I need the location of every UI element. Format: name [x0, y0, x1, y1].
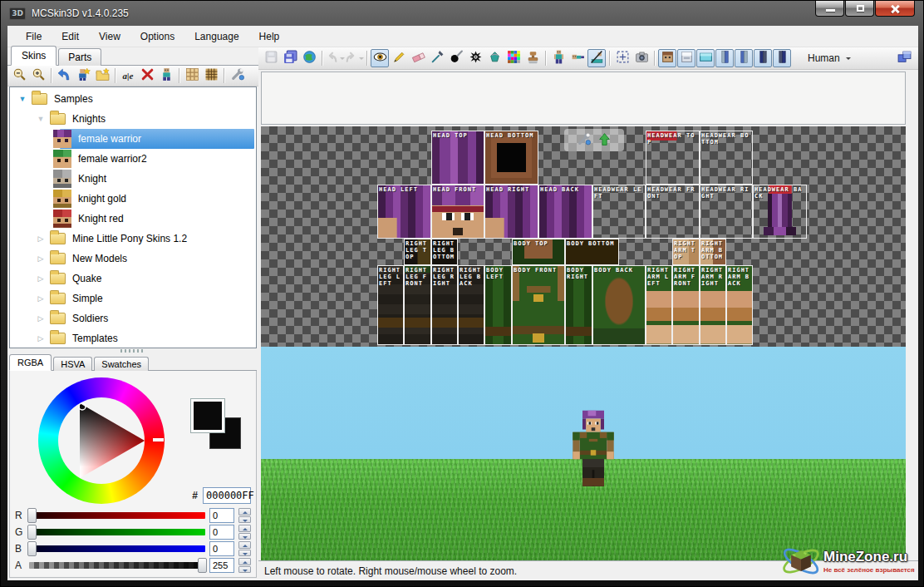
preview-3d[interactable] — [261, 347, 906, 560]
view-2d-button[interactable] — [568, 49, 587, 67]
face-body-back[interactable]: BODY BACK — [592, 265, 646, 345]
spinner-down-button[interactable] — [238, 566, 251, 574]
r-value-input[interactable]: 0 — [209, 508, 234, 523]
toggle-chest-button[interactable] — [696, 49, 715, 67]
face-headwear-left[interactable]: HEADWEAR LEFT — [592, 185, 646, 239]
face-right-arm-left[interactable]: RIGHT ARM LEFT — [646, 265, 672, 345]
tree-skin-knight-red[interactable]: Knight red — [10, 209, 256, 229]
redo-button[interactable] — [345, 49, 363, 67]
face-headwear-front[interactable]: HEADWEAR FRONT — [646, 185, 700, 239]
b-value-input[interactable]: 0 — [209, 541, 234, 556]
camera-tool-button[interactable] — [371, 49, 389, 67]
face-right-arm-top[interactable]: RIGHT ARM TOP — [672, 239, 700, 265]
face-headwear-right[interactable]: HEADWEAR RIGHT — [700, 185, 753, 239]
texture-canvas[interactable]: HEAD TOPHEAD BOTTOMHEADWEAR TOPHEADWEAR … — [261, 126, 906, 347]
clone-skin-button[interactable] — [157, 67, 175, 85]
tree-folder-templates[interactable]: ▷Templates — [10, 328, 256, 348]
tree-skin-knight-gold[interactable]: knight gold — [10, 189, 256, 209]
face-body-front[interactable]: BODY FRONT — [512, 265, 565, 345]
tree-skin-knight[interactable]: Knight — [10, 169, 256, 189]
face-right-arm-back[interactable]: RIGHT ARM BACK — [726, 265, 753, 345]
slider-thumb[interactable] — [27, 508, 37, 523]
hsv-triangle[interactable] — [38, 377, 165, 504]
increase-resolution-button[interactable] — [202, 67, 220, 85]
noise-tool-button[interactable] — [504, 49, 523, 67]
wrench-icon[interactable] — [577, 132, 591, 149]
tree-folder-simple[interactable]: ▷Simple — [10, 289, 256, 308]
zoom-in-button[interactable] — [29, 67, 47, 85]
dropdown-arrow-icon[interactable] — [359, 57, 364, 62]
slider-thumb[interactable] — [198, 558, 207, 573]
menu-options[interactable]: Options — [130, 26, 184, 47]
face-head-left[interactable]: HEAD LEFT — [377, 185, 431, 239]
collapsed-arrow-icon[interactable]: ▷ — [35, 334, 47, 343]
spinner-down-button[interactable] — [238, 533, 251, 540]
decrease-resolution-button[interactable] — [183, 67, 201, 85]
toggle-head-button[interactable] — [658, 49, 676, 67]
face-right-arm-bottom[interactable]: RIGHT ARM BOTTOM — [700, 239, 726, 265]
undo-button[interactable] — [326, 49, 344, 67]
face-right-leg-bottom[interactable]: RIGHT LEG BOTTOM — [431, 239, 458, 265]
tree-folder-samples[interactable]: ▼Samples — [10, 89, 256, 109]
collapsed-arrow-icon[interactable]: ▷ — [35, 274, 47, 283]
view-hybrid-button[interactable] — [587, 49, 606, 67]
tree-folder-knights[interactable]: ▼Knights — [10, 109, 256, 129]
tree-folder-quake[interactable]: ▷Quake — [10, 269, 256, 289]
face-head-right[interactable]: HEAD RIGHT — [484, 185, 538, 239]
tab-skins[interactable]: Skins — [11, 46, 57, 66]
up-arrow-icon[interactable] — [597, 132, 612, 149]
face-right-arm-front[interactable]: RIGHT ARM FRONT — [672, 265, 700, 345]
tree-folder-new-models[interactable]: ▷New Models — [10, 249, 256, 269]
save-all-button[interactable] — [281, 49, 299, 67]
toggle-helmet-button[interactable] — [677, 49, 695, 67]
toggle-right-arm-button[interactable] — [735, 49, 753, 67]
toggle-right-leg-button[interactable] — [773, 49, 791, 67]
collapsed-arrow-icon[interactable]: ▷ — [35, 294, 47, 303]
tree-folder-mine-little-pony-skins-1-2[interactable]: ▷Mine Little Pony Skins 1.2 — [10, 229, 256, 249]
collapsed-arrow-icon[interactable]: ▷ — [35, 234, 47, 243]
tree-skin-female-warrior2[interactable]: female warrior2 — [10, 149, 256, 169]
dodge-burn-tool-button[interactable] — [447, 49, 465, 67]
face-right-arm-right[interactable]: RIGHT ARM RIGHT — [700, 265, 726, 345]
face-right-leg-left[interactable]: RIGHT LEG LEFT — [377, 265, 404, 345]
slider-thumb[interactable] — [27, 541, 37, 556]
delete-button[interactable] — [138, 67, 156, 85]
stamp-tool-button[interactable] — [523, 49, 542, 67]
foreground-color-swatch[interactable] — [191, 399, 224, 432]
spinner-up-button[interactable] — [238, 541, 251, 549]
color-wheel[interactable] — [38, 377, 165, 504]
collapsed-arrow-icon[interactable]: ▷ — [35, 314, 47, 323]
center-view-button[interactable] — [613, 49, 632, 67]
menu-file[interactable]: File — [16, 26, 52, 47]
tab-hsva[interactable]: HSVA — [53, 357, 92, 371]
face-head-back[interactable]: HEAD BACK — [538, 185, 592, 239]
new-folder-button[interactable] — [93, 67, 111, 85]
zoom-out-button[interactable] — [10, 67, 28, 85]
upload-button[interactable] — [300, 49, 318, 67]
tree-folder-soldiers[interactable]: ▷Soldiers — [10, 308, 256, 328]
menu-edit[interactable]: Edit — [52, 26, 89, 47]
panel-splitter[interactable] — [120, 349, 145, 353]
save-button[interactable] — [262, 49, 280, 67]
face-head-front[interactable]: HEAD FRONT — [431, 185, 484, 239]
face-headwear-back[interactable]: HEADWEAR BACK — [753, 185, 807, 239]
g-slider[interactable] — [29, 529, 205, 535]
collapsed-arrow-icon[interactable]: ▷ — [35, 254, 47, 263]
new-skin-button[interactable] — [74, 67, 92, 85]
swap-layout-button[interactable] — [895, 49, 913, 67]
face-head-top[interactable]: HEAD TOP — [431, 131, 484, 185]
r-slider[interactable] — [29, 512, 205, 519]
toggle-left-arm-button[interactable] — [715, 49, 734, 67]
toggle-left-leg-button[interactable] — [754, 49, 772, 67]
face-body-bottom[interactable]: BODY BOTTOM — [565, 239, 619, 265]
face-right-leg-top[interactable]: RIGHT LEG TOP — [404, 239, 431, 265]
screenshot-button[interactable] — [632, 49, 651, 67]
darken-lighten-tool-button[interactable] — [466, 49, 484, 67]
pencil-tool-button[interactable] — [390, 49, 408, 67]
face-body-right[interactable]: BODY RIGHT — [565, 265, 592, 345]
g-value-input[interactable]: 0 — [209, 525, 234, 540]
menu-language[interactable]: Language — [184, 26, 248, 47]
face-headwear-top[interactable]: HEADWEAR TOP — [646, 131, 700, 185]
import-skin-button[interactable] — [55, 67, 73, 85]
close-button[interactable] — [875, 1, 915, 17]
